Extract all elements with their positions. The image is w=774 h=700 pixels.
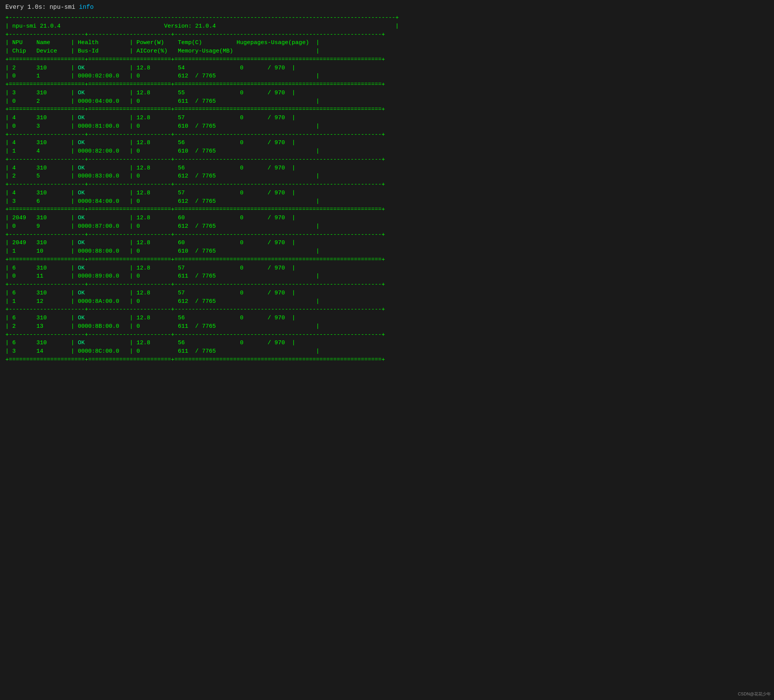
watermark: CSDN@花花少年	[738, 691, 771, 697]
terminal-window: Every 1.0s: npu-smi info +--------------…	[5, 4, 769, 364]
info-word: info	[79, 4, 94, 11]
npu-smi-output: +---------------------------------------…	[5, 14, 769, 364]
command-prefix: Every 1.0s: npu-smi	[5, 4, 75, 11]
command-line: Every 1.0s: npu-smi info	[5, 4, 769, 11]
